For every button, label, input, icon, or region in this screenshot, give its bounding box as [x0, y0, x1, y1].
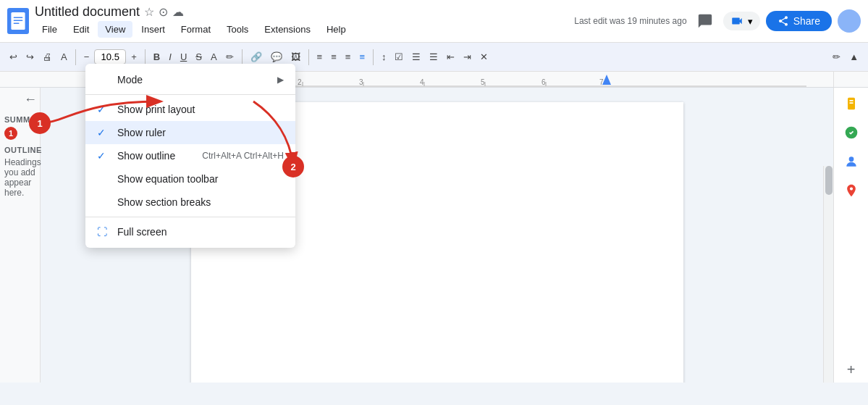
align-right-button[interactable]: ≡ [342, 49, 355, 65]
font-size-input[interactable] [94, 49, 126, 64]
numbered-list-button[interactable]: ☰ [426, 49, 442, 65]
strikethrough-button[interactable]: S [192, 49, 206, 65]
menubar: File Edit View Insert Format Tools Exten… [35, 21, 568, 38]
checklist-button[interactable]: ☑ [391, 49, 407, 65]
svg-rect-1 [14, 17, 23, 18]
outline-hint-text: Headings you add appear here. [4, 157, 35, 198]
right-panel-icon-4[interactable] [843, 182, 860, 199]
ruler-label: Show ruler [117, 127, 284, 138]
bold-button[interactable]: B [150, 49, 164, 65]
right-panel-icon-1[interactable] [843, 95, 860, 112]
svg-text:4: 4 [420, 78, 424, 86]
doc-title[interactable]: Untitled document [35, 4, 140, 20]
menu-item-fullscreen[interactable]: ⛶ Full screen [85, 220, 295, 243]
align-left-button[interactable]: ≡ [313, 49, 326, 65]
ruler-svg: 1 2 3 4 5 6 7 [227, 72, 833, 88]
right-panel-icon-2[interactable] [843, 124, 860, 141]
add-addon-button[interactable]: + [843, 361, 860, 378]
avatar [838, 9, 861, 33]
line-spacing-button[interactable]: ↕ [378, 49, 390, 65]
ruler-check: ✓ [97, 127, 111, 138]
fullscreen-check: ⛶ [97, 226, 111, 238]
edit-mode-button[interactable]: ✏ [829, 49, 844, 65]
menu-tools[interactable]: Tools [219, 21, 256, 38]
clear-format-button[interactable]: ✕ [476, 49, 492, 65]
print-layout-label: Show print layout [117, 104, 284, 115]
print-button[interactable]: 🖨 [39, 49, 56, 65]
menu-insert[interactable]: Insert [134, 21, 172, 38]
outline-check: ✓ [97, 150, 111, 162]
zoom-in-button[interactable]: + [127, 49, 140, 65]
mode-arrow: ▶ [277, 75, 284, 85]
svg-marker-17 [602, 75, 611, 85]
bullet-list-button[interactable]: ☰ [408, 49, 424, 65]
scroll-thumb[interactable] [825, 166, 833, 195]
header-actions: ▾ Share [693, 9, 861, 33]
view-dropdown-menu: Mode ▶ ✓ Show print layout ✓ Show ruler … [85, 64, 295, 248]
menu-format[interactable]: Format [174, 21, 218, 38]
align-center-button[interactable]: ≡ [327, 49, 340, 65]
menu-item-show-outline[interactable]: ✓ Show outline Ctrl+Alt+A Ctrl+Alt+H [85, 144, 295, 167]
menu-file[interactable]: File [35, 21, 64, 38]
cloud-icon[interactable]: ☁ [172, 5, 184, 19]
step-2-annotation: 2 [282, 156, 304, 178]
comments-button[interactable] [693, 9, 717, 33]
divider-1 [75, 49, 76, 65]
svg-rect-2 [14, 20, 23, 21]
last-edit-label: Last edit was 19 minutes ago [574, 16, 686, 26]
scrollbar[interactable] [823, 166, 833, 383]
sidebar-toggle-button[interactable]: ← [24, 92, 37, 107]
share-label: Share [793, 15, 820, 27]
history-icon[interactable]: ⊙ [159, 5, 168, 19]
menu-view[interactable]: View [98, 21, 132, 38]
right-panel-icon-3[interactable] [843, 153, 860, 170]
menu-divider-2 [85, 217, 295, 217]
svg-rect-21 [849, 102, 853, 104]
star-icon[interactable]: ☆ [144, 5, 154, 19]
menu-edit[interactable]: Edit [66, 21, 96, 38]
align-justify-button[interactable]: ≡ [355, 49, 368, 65]
menu-help[interactable]: Help [319, 21, 353, 38]
ruler-right-spacer [833, 72, 868, 87]
outline-number-badge: 1 [4, 127, 17, 140]
section-label: Show section breaks [117, 196, 284, 208]
comment-button[interactable]: 💬 [267, 49, 286, 65]
menu-item-section-breaks[interactable]: Show section breaks [85, 191, 295, 214]
underline-button[interactable]: U [177, 49, 190, 65]
indent-decrease-button[interactable]: ⇤ [443, 49, 458, 65]
zoom-out-button[interactable]: − [80, 49, 93, 65]
menu-divider-1 [85, 94, 295, 95]
svg-point-23 [848, 156, 854, 162]
ruler: 1 2 3 4 5 6 7 [227, 72, 833, 88]
svg-text:2: 2 [298, 78, 302, 86]
outline-shortcut: Ctrl+Alt+A Ctrl+Alt+H [202, 151, 284, 161]
italic-button[interactable]: I [165, 49, 175, 65]
font-color-button[interactable]: A [207, 49, 221, 65]
link-button[interactable]: 🔗 [247, 49, 266, 65]
collapse-toolbar-button[interactable]: ▲ [846, 49, 862, 65]
docs-logo [7, 8, 29, 34]
highlight-button[interactable]: ✏ [222, 49, 237, 65]
indent-increase-button[interactable]: ⇥ [460, 49, 475, 65]
doc-title-row: Untitled document ☆ ⊙ ☁ [35, 4, 568, 20]
meet-button[interactable]: ▾ [723, 12, 760, 30]
svg-rect-3 [14, 22, 20, 24]
menu-item-mode[interactable]: Mode ▶ [85, 68, 295, 91]
menu-item-equation-toolbar[interactable]: Show equation toolbar [85, 167, 295, 191]
outline-label: Show outline [117, 150, 202, 162]
menu-extensions[interactable]: Extensions [257, 21, 318, 38]
mode-label: Mode [117, 74, 277, 85]
step-1-annotation: 1 [29, 112, 51, 134]
fullscreen-label: Full screen [117, 226, 284, 238]
redo-button[interactable]: ↪ [22, 49, 38, 65]
divider-2 [145, 49, 146, 65]
image-button[interactable]: 🖼 [287, 49, 304, 65]
menu-item-show-ruler[interactable]: ✓ Show ruler [85, 121, 295, 144]
menu-item-print-layout[interactable]: ✓ Show print layout [85, 98, 295, 121]
spellcheck-button[interactable]: A [57, 49, 71, 65]
svg-rect-20 [849, 100, 853, 101]
undo-button[interactable]: ↩ [6, 49, 21, 65]
equation-label: Show equation toolbar [117, 173, 284, 185]
share-button[interactable]: Share [766, 11, 832, 31]
svg-text:6: 6 [542, 78, 546, 86]
